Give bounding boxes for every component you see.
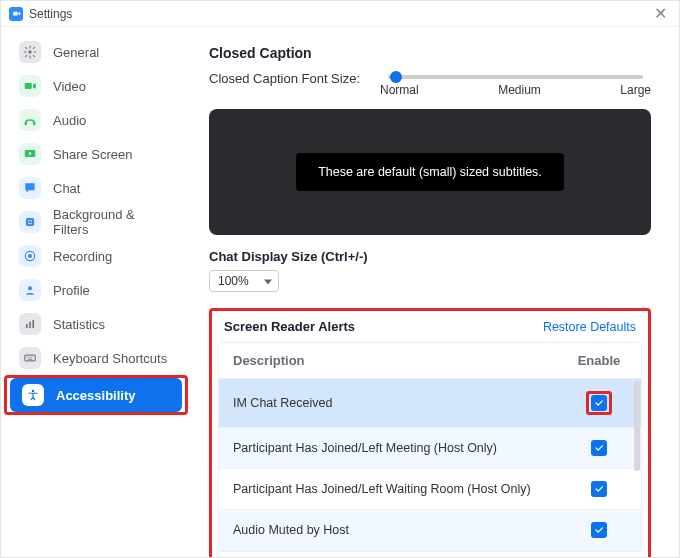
alerts-title: Screen Reader Alerts	[224, 319, 355, 334]
svg-rect-6	[26, 218, 34, 226]
svg-rect-3	[25, 122, 27, 126]
alert-desc: Participant Has Joined/Left Meeting (Hos…	[233, 441, 571, 455]
statistics-icon	[19, 313, 41, 335]
alert-row[interactable]: IM Chat Received	[219, 379, 641, 428]
sidebar-item-share-screen[interactable]: Share Screen	[7, 137, 185, 171]
svg-rect-4	[33, 122, 35, 126]
slider-tick-medium: Medium	[498, 83, 541, 97]
share-screen-icon	[19, 143, 41, 165]
svg-rect-12	[26, 324, 28, 328]
recording-icon	[19, 245, 41, 267]
svg-point-1	[28, 50, 32, 54]
sidebar: GeneralVideoAudioShare ScreenChatBackgro…	[1, 27, 191, 557]
chat-size-select[interactable]: 100%	[209, 270, 279, 292]
alert-row[interactable]: Participant Has Joined/Left Meeting (Hos…	[219, 428, 641, 469]
sidebar-item-keyboard-shortcuts[interactable]: Keyboard Shortcuts	[7, 341, 185, 375]
background-filters-icon	[19, 211, 41, 233]
keyboard-shortcuts-icon	[19, 347, 41, 369]
svg-rect-0	[13, 12, 18, 16]
sidebar-item-profile[interactable]: Profile	[7, 273, 185, 307]
restore-defaults-link[interactable]: Restore Defaults	[543, 320, 636, 334]
svg-point-7	[28, 220, 30, 222]
sidebar-item-accessibility[interactable]: Accessibility	[10, 378, 182, 412]
close-icon[interactable]: ✕	[650, 4, 671, 23]
alert-desc: IM Chat Received	[233, 396, 571, 410]
profile-icon	[19, 279, 41, 301]
svg-point-10	[28, 254, 32, 258]
sidebar-item-label: General	[53, 45, 99, 60]
sidebar-item-label: Recording	[53, 249, 112, 264]
svg-point-18	[31, 357, 32, 358]
closed-caption-title: Closed Caption	[209, 45, 651, 61]
alert-row[interactable]: Participant Has Joined/Left Waiting Room…	[219, 469, 641, 510]
font-size-label: Closed Caption Font Size:	[209, 69, 360, 86]
alert-enable-checkbox[interactable]	[591, 522, 607, 538]
main-panel: Closed Caption Closed Caption Font Size:…	[191, 27, 679, 557]
svg-point-16	[27, 357, 28, 358]
alert-desc: Participant Has Joined/Left Waiting Room…	[233, 482, 571, 496]
alert-row[interactable]: Audio Muted by Host	[219, 510, 641, 551]
svg-rect-15	[25, 355, 36, 361]
chat-icon	[19, 177, 41, 199]
titlebar: Settings ✕	[1, 1, 679, 27]
alert-enable-checkbox[interactable]	[591, 440, 607, 456]
sidebar-item-label: Keyboard Shortcuts	[53, 351, 167, 366]
sidebar-item-audio[interactable]: Audio	[7, 103, 185, 137]
caption-preview: These are default (small) sized subtitle…	[209, 109, 651, 235]
sidebar-item-label: Background & Filters	[53, 207, 173, 237]
sidebar-item-label: Share Screen	[53, 147, 133, 162]
sidebar-item-label: Accessibility	[56, 388, 136, 403]
sidebar-item-video[interactable]: Video	[7, 69, 185, 103]
video-icon	[19, 75, 41, 97]
caption-preview-text: These are default (small) sized subtitle…	[296, 153, 564, 191]
window-title: Settings	[29, 7, 650, 21]
svg-point-20	[32, 390, 34, 392]
alerts-scrollbar[interactable]	[634, 381, 640, 471]
svg-point-8	[30, 220, 32, 222]
svg-rect-14	[32, 320, 34, 328]
audio-icon	[19, 109, 41, 131]
accessibility-icon	[22, 384, 44, 406]
screen-reader-alerts-section: Screen Reader Alerts Restore Defaults De…	[209, 308, 651, 557]
svg-rect-13	[29, 322, 31, 328]
sidebar-item-label: Audio	[53, 113, 86, 128]
font-size-slider[interactable]	[388, 75, 643, 79]
alert-enable-checkbox[interactable]	[591, 481, 607, 497]
svg-point-11	[28, 286, 32, 290]
col-enable: Enable	[571, 353, 627, 368]
svg-rect-19	[28, 359, 33, 360]
sidebar-item-chat[interactable]: Chat	[7, 171, 185, 205]
slider-tick-normal: Normal	[380, 83, 419, 97]
sidebar-item-statistics[interactable]: Statistics	[7, 307, 185, 341]
sidebar-item-label: Profile	[53, 283, 90, 298]
alert-desc: Audio Muted by Host	[233, 523, 571, 537]
sidebar-item-recording[interactable]: Recording	[7, 239, 185, 273]
chat-size-label: Chat Display Size (Ctrl+/-)	[209, 249, 651, 264]
col-description: Description	[233, 353, 571, 368]
alerts-table: Description Enable IM Chat ReceivedParti…	[218, 342, 642, 552]
general-icon	[19, 41, 41, 63]
alert-enable-checkbox[interactable]	[591, 395, 607, 411]
app-icon	[9, 7, 23, 21]
slider-thumb[interactable]	[390, 71, 402, 83]
svg-point-17	[29, 357, 30, 358]
sidebar-item-label: Chat	[53, 181, 80, 196]
sidebar-item-label: Statistics	[53, 317, 105, 332]
svg-rect-2	[25, 83, 32, 89]
sidebar-item-label: Video	[53, 79, 86, 94]
slider-tick-large: Large	[620, 83, 651, 97]
sidebar-item-general[interactable]: General	[7, 35, 185, 69]
sidebar-item-background-filters[interactable]: Background & Filters	[7, 205, 185, 239]
